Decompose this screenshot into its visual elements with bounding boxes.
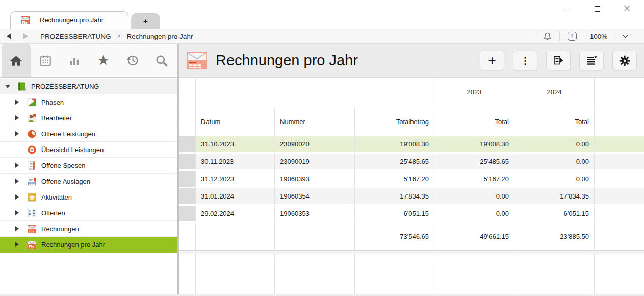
cell-total-2023[interactable]: 19'008.30 [434, 136, 514, 154]
cell-extra [595, 154, 644, 171]
sort-menu-button[interactable] [579, 51, 604, 70]
plus-icon: + [488, 54, 496, 67]
expand-arrow-icon[interactable] [15, 163, 23, 168]
plus-icon: + [143, 17, 148, 26]
expand-arrow-icon[interactable] [15, 100, 23, 105]
expand-arrow-icon[interactable] [15, 242, 23, 247]
report-button[interactable] [546, 51, 571, 70]
tree-item-rechnungen-pro-jahr[interactable]: Rechnungen pro Jahr [0, 237, 177, 253]
cell-datum[interactable]: 30.11.2023 [195, 154, 275, 171]
home-icon [9, 55, 23, 67]
cell-datum[interactable]: 31.01.2024 [195, 188, 275, 206]
tree-item-label: Rechnungen [41, 225, 79, 233]
menu-dropdown-button[interactable] [613, 29, 637, 43]
cell-total-2023[interactable]: 0.00 [434, 206, 514, 223]
close-button[interactable] [623, 5, 631, 13]
tree-item-offerten[interactable]: Offerten [0, 205, 177, 221]
more-options-button[interactable]: ⋮ [513, 51, 537, 70]
alert-info-icon: ! [568, 32, 577, 41]
main-toolbar: + ⋮ [480, 51, 637, 70]
column-header-datum[interactable]: Datum [195, 107, 275, 136]
cell-totalbetrag[interactable]: 17'834.35 [355, 188, 434, 206]
cell-nummer[interactable]: 19060354 [275, 188, 355, 206]
calendar-icon [39, 54, 52, 67]
column-header-total-2024[interactable]: Total [514, 107, 595, 136]
alerts-button[interactable]: ! [560, 29, 584, 43]
favorites-button[interactable]: ★ [89, 44, 118, 77]
tree-item-offene-leistungen[interactable]: Offene Leistungen [0, 126, 177, 142]
settings-button[interactable] [612, 51, 637, 70]
gutter-header [179, 107, 195, 136]
tree-item-aktivitaeten[interactable]: Aktivitäten [0, 189, 177, 205]
tree-item-phasen[interactable]: Phasen [0, 94, 177, 110]
cell-nummer[interactable]: 19060393 [275, 171, 355, 188]
cell-totalbetrag[interactable]: 19'008.30 [355, 136, 434, 154]
cell-totalbetrag[interactable]: 6'051.15 [355, 206, 434, 223]
cell-total-2023[interactable]: 25'485.65 [434, 154, 514, 171]
tree-item-prozessberatung[interactable]: PROZESSBERATUNG [0, 79, 177, 94]
cell-nummer[interactable]: 19060353 [275, 206, 355, 223]
main-panel: Rechnungen pro Jahr + ⋮ [179, 44, 644, 296]
cell-totalbetrag[interactable]: 5'167.20 [355, 171, 434, 188]
cell-total-2024[interactable]: 0.00 [514, 154, 595, 171]
cell-total-2024[interactable]: 0.00 [514, 171, 595, 188]
cell-nummer[interactable]: 23090019 [275, 154, 355, 171]
search-button[interactable] [147, 44, 176, 77]
add-button[interactable]: + [480, 51, 504, 70]
zoom-level[interactable]: 100% [584, 29, 613, 43]
cell-total-2024[interactable]: 17'834.35 [514, 188, 595, 206]
expand-arrow-icon[interactable] [15, 226, 23, 231]
row-selector[interactable] [179, 154, 195, 171]
invoices-table: 2023 2024 Datum Nummer Totalbetrag Total… [179, 78, 644, 295]
tree-item-bearbeiter[interactable]: Bearbeiter [0, 110, 177, 126]
tree-item-offene-auslagen[interactable]: Offene Auslagen [0, 174, 177, 189]
new-tab-button[interactable]: + [131, 13, 160, 29]
home-button[interactable] [2, 44, 31, 77]
tree-item-label: Übersicht Leistungen [41, 146, 104, 154]
cell-total-2024[interactable]: 0.00 [514, 136, 595, 154]
column-header-totalbetrag[interactable]: Totalbetrag [355, 107, 434, 136]
column-header-total-2023[interactable]: Total [434, 107, 514, 136]
cell-nummer[interactable]: 23090020 [275, 136, 355, 154]
cell-totalbetrag[interactable]: 25'485.65 [355, 154, 434, 171]
collapse-arrow-icon[interactable] [5, 85, 13, 88]
tree-item-rechnungen[interactable]: Rechnungen [0, 221, 177, 237]
expand-arrow-icon[interactable] [15, 115, 23, 120]
row-selector[interactable] [179, 188, 195, 206]
cell-total-2024[interactable]: 6'051.15 [514, 206, 595, 223]
statistics-button[interactable] [60, 44, 89, 77]
row-selector[interactable] [179, 136, 195, 154]
expand-arrow-icon[interactable] [15, 131, 23, 136]
maximize-button[interactable] [593, 5, 601, 13]
cell-datum[interactable]: 31.12.2023 [195, 171, 275, 188]
tree-item-uebersicht-leistungen[interactable]: Übersicht Leistungen [0, 142, 177, 158]
cell-datum[interactable]: 31.10.2023 [195, 136, 275, 154]
column-header-extra [595, 107, 644, 136]
calendar-button[interactable] [31, 44, 60, 77]
empty-gutter [179, 254, 195, 295]
breadcrumb-item-rechnungen-pro-jahr[interactable]: Rechnungen pro Jahr [127, 33, 193, 40]
minimize-button[interactable] [563, 5, 572, 13]
tab-rechnungen-pro-jahr[interactable]: Rechnungen pro Jahr [10, 11, 128, 29]
expand-arrow-icon[interactable] [15, 179, 23, 184]
maximize-icon [595, 6, 600, 12]
tree-item-label: Offene Spesen [41, 162, 86, 169]
breadcrumb-separator: > [117, 33, 121, 40]
cell-total-2023[interactable]: 5'167.20 [434, 171, 514, 188]
history-button[interactable] [118, 44, 147, 77]
row-selector[interactable] [179, 171, 195, 188]
column-header-nummer[interactable]: Nummer [275, 107, 355, 136]
cell-total-2023[interactable]: 0.00 [434, 188, 514, 206]
expand-arrow-icon[interactable] [15, 210, 23, 215]
star-icon: ★ [97, 54, 109, 67]
breadcrumb-item-prozessberatung[interactable]: PROZESSBERATUNG [40, 33, 111, 40]
totals-extra [595, 223, 644, 251]
window-controls [563, 5, 631, 13]
notifications-button[interactable] [535, 29, 559, 43]
cell-datum[interactable]: 29.02.2024 [195, 206, 275, 223]
expand-arrow-icon[interactable] [15, 194, 23, 200]
forward-button[interactable] [23, 33, 28, 39]
row-selector[interactable] [179, 206, 195, 223]
back-button[interactable] [7, 33, 11, 39]
tree-item-offene-spesen[interactable]: Offene Spesen [0, 158, 177, 174]
